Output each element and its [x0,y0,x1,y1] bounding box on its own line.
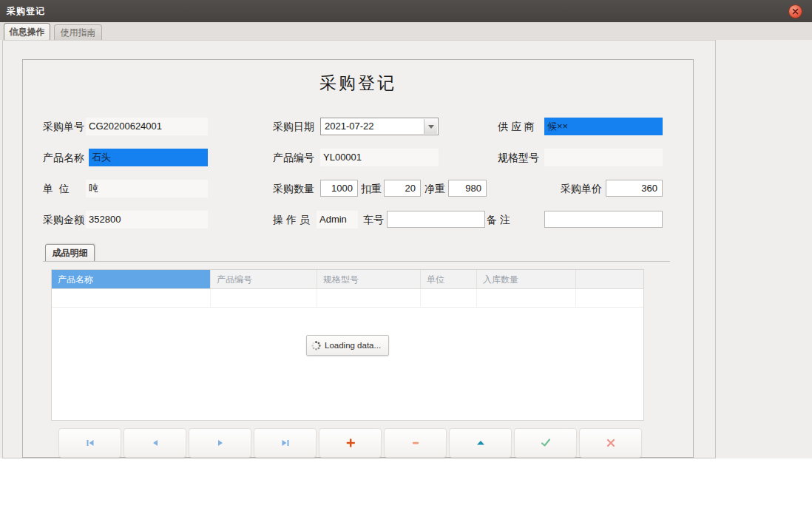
qty-label: 采购数量 [273,180,314,197]
column-header-unit[interactable]: 单位 [421,270,477,289]
order-no-label: 采购单号 [43,118,84,135]
amount-label: 采购金额 [43,211,84,228]
minus-icon [410,437,422,449]
page-title: 采购登记 [23,72,693,95]
unit-label: 单 位 [43,180,70,197]
loading-text: Loading data... [325,341,381,350]
nav-next-button[interactable] [189,428,251,458]
detail-divider [43,261,670,262]
nav-last-button[interactable] [254,428,317,458]
column-header-filler [576,270,643,289]
form-panel: 采购登记 采购单号 CG20200624001 采购日期 2021-07-22 … [22,59,694,458]
product-no-label: 产品编号 [273,149,314,166]
chevron-down-icon [428,125,434,129]
column-header-product-name[interactable]: 产品名称 [52,270,211,289]
product-no-field[interactable]: YL00001 [320,149,439,166]
nav-insert-button[interactable] [319,428,382,458]
operator-label: 操 作 员 [273,211,310,228]
price-label: 采购单价 [561,180,602,197]
order-no-field[interactable]: CG20200624001 [86,118,208,135]
date-dropdown-button[interactable] [424,119,437,134]
edit-triangle-icon [475,437,487,449]
tab-info-operation[interactable]: 信息操作 [4,23,50,40]
date-combobox[interactable]: 2021-07-22 [320,118,439,135]
loading-indicator: Loading data... [306,335,389,356]
last-record-icon [280,437,291,449]
nav-first-button[interactable] [58,428,121,458]
window-titlebar: 采购登记 [0,0,812,22]
qty-field[interactable]: 1000 [320,180,358,197]
nav-delete-button[interactable] [384,428,447,458]
nav-edit-button[interactable] [449,428,512,458]
amount-field[interactable]: 352800 [86,211,208,228]
purchase-registration-window: 采购登记 信息操作 使用指南 采购登记 采购单号 CG20200624001 采… [0,0,812,458]
tab-user-guide[interactable]: 使用指南 [54,24,102,40]
table-row [52,289,643,308]
supplier-label: 供 应 商 [498,118,535,135]
remark-field[interactable] [544,211,663,228]
tab-strip: 信息操作 使用指南 [0,22,812,40]
date-label: 采购日期 [273,118,314,135]
column-header-spec[interactable]: 规格型号 [317,270,421,289]
vehicle-label: 车号 [363,211,384,228]
vehicle-field[interactable] [387,211,485,228]
window-title: 采购登记 [0,5,45,18]
column-header-inbound-qty[interactable]: 入库数量 [477,270,576,289]
spec-field[interactable] [544,149,663,166]
operator-field[interactable]: Admin [317,211,358,228]
close-icon [792,8,799,15]
x-icon [605,437,617,449]
next-record-icon [214,437,226,449]
nav-prior-button[interactable] [124,428,186,458]
plus-icon [345,437,356,449]
net-field[interactable]: 980 [448,180,487,197]
close-button[interactable] [788,4,802,18]
screen: 采购登记 信息操作 使用指南 采购登记 采购单号 CG20200624001 采… [0,0,812,508]
product-name-label: 产品名称 [43,149,84,166]
column-header-product-no[interactable]: 产品编号 [211,270,317,289]
deduct-label: 扣重 [361,180,382,197]
grid-header-row: 产品名称 产品编号 规格型号 单位 入库数量 [52,270,643,289]
remark-label: 备 注 [487,211,510,228]
date-value: 2021-07-22 [325,118,374,135]
nav-cancel-button[interactable] [579,428,642,458]
supplier-field[interactable]: 候×× [544,118,663,135]
net-label: 净重 [424,180,445,197]
product-name-field[interactable]: 石头 [89,149,208,166]
tab-finished-product-detail[interactable]: 成品明细 [45,244,95,262]
nav-post-button[interactable] [514,428,577,458]
loading-spinner-icon [311,341,321,350]
prior-record-icon [149,437,161,449]
spec-label: 规格型号 [498,149,539,166]
check-icon [540,437,552,449]
price-field[interactable]: 360 [606,180,663,197]
unit-field[interactable]: 吨 [86,180,208,197]
desktop-background [0,458,812,508]
first-record-icon [84,437,96,449]
deduct-field[interactable]: 20 [384,180,421,197]
